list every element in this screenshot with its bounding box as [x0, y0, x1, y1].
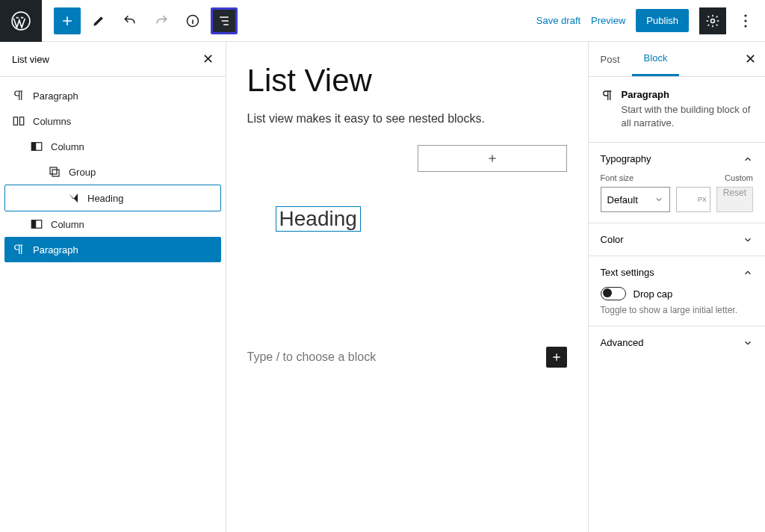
tree-item-label: Paragraph: [33, 244, 78, 256]
tree-item-group[interactable]: Group: [4, 159, 221, 185]
custom-font-size-input[interactable]: PX: [676, 187, 710, 212]
tree-item-label: Column: [51, 219, 84, 230]
redo-button[interactable]: [148, 7, 175, 34]
svg-point-4: [744, 19, 746, 22]
list-view-panel: List view ✕ Paragraph Columns Column Gro…: [0, 42, 226, 532]
svg-rect-11: [52, 170, 59, 176]
chevron-down-icon: [743, 338, 753, 348]
post-title[interactable]: List View: [247, 63, 567, 99]
text-settings-panel: Text settings Drop cap Toggle to show a …: [589, 256, 765, 326]
appender-placeholder: Type / to choose a block: [247, 350, 377, 364]
custom-label: Custom: [725, 173, 753, 182]
tab-post[interactable]: Post: [589, 43, 632, 75]
svg-rect-13: [31, 220, 36, 229]
editor-topbar: Save draft Preview Publish: [0, 0, 765, 42]
chevron-down-icon: [743, 235, 753, 245]
list-view-title: List view: [12, 54, 49, 65]
font-size-label: Font size: [601, 173, 634, 182]
svg-point-3: [744, 14, 746, 16]
svg-point-2: [711, 19, 715, 22]
typography-panel-toggle[interactable]: Typography: [601, 153, 753, 164]
tree-item-paragraph-2[interactable]: Paragraph: [4, 237, 221, 262]
drop-cap-hint: Toggle to show a large initial letter.: [601, 305, 753, 315]
drop-cap-label: Drop cap: [634, 288, 673, 300]
heading-block[interactable]: Heading: [276, 206, 361, 232]
tab-block[interactable]: Block: [632, 42, 680, 76]
panel-title: Color: [601, 234, 624, 245]
details-button[interactable]: [179, 7, 206, 34]
chevron-up-icon: [743, 267, 753, 278]
tree-item-label: Group: [69, 167, 96, 178]
editor-canvas[interactable]: List View List view makes it easy to see…: [226, 42, 588, 532]
block-name: Paragraph: [622, 89, 753, 100]
block-card: Paragraph Start with the building block …: [589, 77, 765, 142]
tree-item-label: Heading: [87, 193, 123, 204]
px-suffix: PX: [698, 196, 707, 203]
columns-icon: [12, 114, 25, 128]
tree-item-label: Column: [51, 141, 84, 152]
add-block-button[interactable]: [54, 7, 81, 34]
column-icon: [30, 140, 43, 153]
paragraph-icon: [601, 89, 614, 102]
inspector-panel: Post Block ✕ Paragraph Start with the bu…: [588, 42, 765, 532]
list-view-header: List view ✕: [0, 42, 226, 77]
tree-item-label: Columns: [33, 116, 71, 127]
close-inspector-button[interactable]: ✕: [745, 51, 756, 67]
save-draft-button[interactable]: Save draft: [536, 15, 580, 26]
chevron-down-icon: [654, 195, 663, 204]
more-options-button[interactable]: [737, 7, 755, 34]
column-appender[interactable]: [418, 145, 567, 172]
font-size-select[interactable]: Default: [601, 187, 670, 212]
color-panel: Color: [589, 223, 765, 256]
font-size-value: Default: [607, 194, 638, 205]
group-icon: [48, 165, 61, 179]
wordpress-logo[interactable]: [0, 0, 42, 42]
column-icon: [30, 217, 43, 231]
inspector-tabs: Post Block ✕: [589, 42, 765, 77]
chevron-up-icon: [743, 154, 753, 164]
editor-main: List view ✕ Paragraph Columns Column Gro…: [0, 42, 765, 532]
paragraph-block[interactable]: List view makes it easy to see nested bl…: [247, 112, 567, 126]
panel-title: Advanced: [601, 337, 644, 348]
panel-title: Text settings: [601, 267, 654, 278]
svg-rect-9: [31, 143, 36, 151]
tree-item-columns[interactable]: Columns: [4, 108, 221, 134]
paragraph-icon: [12, 89, 25, 102]
heading-icon: [66, 191, 80, 205]
settings-button[interactable]: [699, 7, 726, 34]
svg-point-5: [744, 25, 746, 27]
undo-button[interactable]: [117, 7, 143, 34]
tree-item-paragraph[interactable]: Paragraph: [4, 83, 221, 108]
preview-button[interactable]: Preview: [591, 15, 625, 26]
text-settings-panel-toggle[interactable]: Text settings: [601, 267, 753, 278]
tree-item-column[interactable]: Column: [4, 134, 221, 159]
plus-icon: [551, 351, 563, 363]
svg-rect-7: [20, 117, 24, 126]
advanced-panel: Advanced: [589, 326, 765, 359]
default-appender[interactable]: Type / to choose a block: [247, 347, 567, 368]
reset-font-size-button[interactable]: Reset: [716, 187, 753, 212]
close-list-view-button[interactable]: ✕: [202, 51, 214, 67]
advanced-panel-toggle[interactable]: Advanced: [601, 337, 753, 348]
paragraph-icon: [12, 243, 25, 256]
block-description: Start with the building block of all nar…: [622, 103, 753, 130]
drop-cap-toggle[interactable]: [601, 287, 626, 300]
topbar-right: Save draft Preview Publish: [536, 7, 765, 34]
tree-item-heading[interactable]: Heading: [4, 185, 221, 211]
publish-button[interactable]: Publish: [636, 9, 689, 32]
list-view-button[interactable]: [211, 7, 238, 34]
svg-rect-10: [50, 167, 57, 174]
block-tree: Paragraph Columns Column Group Heading C…: [0, 77, 226, 268]
color-panel-toggle[interactable]: Color: [601, 234, 753, 245]
edit-mode-button[interactable]: [85, 7, 112, 34]
appender-add-button[interactable]: [546, 347, 567, 368]
toolbar-tools: [42, 7, 238, 34]
panel-title: Typography: [601, 153, 651, 164]
svg-rect-6: [13, 117, 17, 126]
plus-icon: [486, 152, 498, 164]
tree-item-column-2[interactable]: Column: [4, 211, 221, 237]
tree-item-label: Paragraph: [33, 90, 78, 102]
typography-panel: Typography Font size Custom Default PX: [589, 142, 765, 223]
